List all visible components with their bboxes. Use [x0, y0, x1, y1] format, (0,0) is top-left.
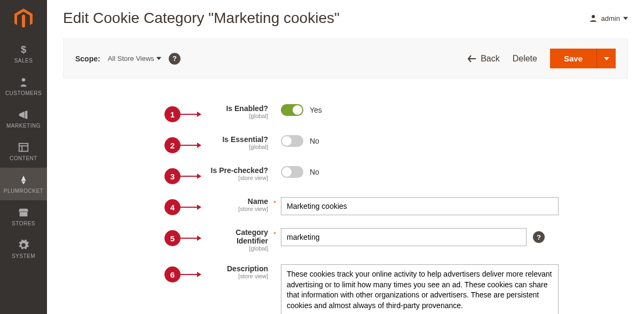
save-button[interactable]: Save	[550, 49, 596, 68]
arrow-right-icon	[179, 176, 201, 177]
user-menu[interactable]: admin	[588, 13, 628, 23]
storefront-icon	[18, 207, 29, 218]
svg-point-5	[592, 15, 595, 18]
required-marker	[271, 166, 279, 168]
is-essential-toggle[interactable]	[281, 135, 303, 147]
field-label: Is Enabled?	[210, 104, 268, 113]
save-dropdown-button[interactable]	[596, 49, 616, 68]
svg-rect-2	[19, 144, 28, 152]
name-input[interactable]	[281, 197, 559, 215]
is-enabled-toggle[interactable]	[281, 104, 303, 116]
arrow-right-icon	[179, 207, 201, 208]
toggle-value: Yes	[310, 106, 322, 114]
is-prechecked-toggle[interactable]	[281, 166, 303, 178]
annotation-badge: 5	[164, 230, 180, 246]
gear-icon	[18, 239, 29, 251]
field-label: Category Identifier	[210, 228, 268, 245]
arrow-right-icon	[179, 238, 201, 239]
annotation-badge: 4	[164, 199, 180, 215]
scope-select[interactable]: All Store Views	[108, 54, 161, 62]
field-scope: [store view]	[210, 175, 268, 181]
sidebar-item-plumrocket[interactable]: PLUMROCKET	[0, 168, 47, 200]
identifier-input[interactable]	[281, 228, 527, 246]
sidebar-item-label: CUSTOMERS	[2, 90, 45, 96]
field-description: 6 Description [store view]	[63, 264, 628, 314]
back-button[interactable]: Back	[468, 54, 500, 64]
scope-label: Scope:	[75, 54, 100, 63]
field-label: Is Pre-checked?	[210, 166, 268, 175]
required-marker	[271, 264, 279, 266]
sidebar-item-customers[interactable]: CUSTOMERS	[0, 70, 47, 103]
sidebar-item-system[interactable]: SYSTEM	[0, 233, 47, 265]
form: 1 Is Enabled? [global] Yes 2 Is Essentia…	[63, 78, 628, 314]
delete-button[interactable]: Delete	[513, 54, 537, 64]
field-scope: [global]	[210, 113, 268, 119]
caret-down-icon	[156, 56, 161, 61]
field-label: Is Essential?	[210, 135, 268, 144]
field-is-enabled: 1 Is Enabled? [global] Yes	[63, 104, 628, 122]
field-label: Name	[210, 197, 268, 206]
required-marker	[271, 104, 279, 106]
sidebar-item-label: SYSTEM	[2, 253, 45, 259]
person-icon	[18, 76, 29, 88]
page-title: Edit Cookie Category "Marketing cookies"	[63, 10, 340, 27]
annotation-badge: 3	[164, 168, 180, 184]
toolbar: Scope: All Store Views ? Back Delete Sav…	[63, 38, 628, 78]
annotation-badge: 6	[164, 266, 180, 282]
svg-point-1	[22, 78, 25, 81]
svg-text:$: $	[21, 44, 26, 55]
dollar-icon: $	[18, 44, 29, 56]
annotation-badge: 1	[164, 106, 180, 122]
caret-down-icon	[623, 16, 628, 21]
toggle-value: No	[310, 137, 319, 145]
scope-help-icon[interactable]: ?	[169, 53, 180, 65]
arrow-right-icon	[179, 145, 201, 146]
sidebar-item-label: SALES	[2, 58, 45, 64]
plumrocket-icon	[18, 174, 29, 186]
arrow-left-icon	[468, 55, 476, 62]
sidebar-item-label: STORES	[2, 221, 45, 226]
sidebar-item-label: CONTENT	[2, 155, 45, 161]
arrow-right-icon	[179, 274, 201, 275]
main-content: Edit Cookie Category "Marketing cookies"…	[47, 0, 644, 314]
field-scope: [store view]	[210, 206, 268, 212]
sidebar-item-marketing[interactable]: MARKETING	[0, 103, 47, 135]
description-textarea[interactable]	[281, 264, 559, 314]
field-is-essential: 2 Is Essential? [global] No	[63, 135, 628, 153]
field-scope: [global]	[210, 144, 268, 150]
field-is-prechecked: 3 Is Pre-checked? [store view] No	[63, 166, 628, 184]
toggle-value: No	[310, 168, 319, 176]
sidebar-item-content[interactable]: CONTENT	[0, 135, 47, 168]
user-name: admin	[601, 14, 620, 22]
field-scope: [global]	[210, 245, 268, 252]
arrow-right-icon	[179, 114, 201, 115]
field-identifier: 5 Category Identifier [global] * ?	[63, 228, 628, 252]
sidebar-item-stores[interactable]: STORES	[0, 200, 47, 233]
sidebar-item-label: MARKETING	[2, 123, 45, 129]
megaphone-icon	[18, 109, 29, 121]
required-marker: *	[271, 197, 279, 207]
field-name: 4 Name [store view] *	[63, 197, 628, 215]
sidebar: $ SALES CUSTOMERS MARKETING CONTENT PLUM…	[0, 0, 47, 314]
identifier-help-icon[interactable]: ?	[533, 231, 545, 243]
user-icon	[588, 13, 598, 23]
sidebar-item-sales[interactable]: $ SALES	[0, 37, 47, 70]
caret-down-icon	[604, 56, 609, 61]
field-scope: [store view]	[210, 273, 268, 279]
required-marker: *	[271, 228, 279, 238]
annotation-badge: 2	[164, 137, 180, 153]
sidebar-item-label: PLUMROCKET	[2, 188, 45, 194]
field-label: Description	[210, 264, 268, 273]
layout-icon	[18, 142, 29, 153]
magento-logo[interactable]	[0, 0, 47, 37]
required-marker	[271, 135, 279, 137]
